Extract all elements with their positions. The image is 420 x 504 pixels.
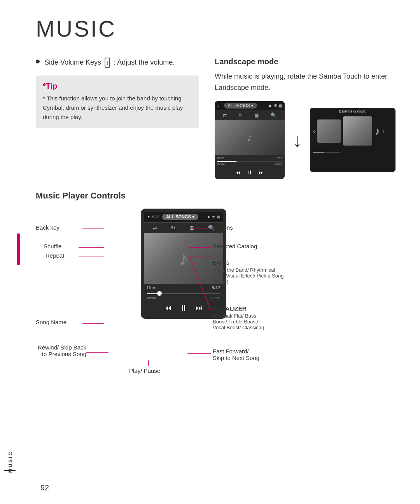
phone-screen-2: Essence of music ‹ ♪ › <box>310 108 396 172</box>
prog-bar <box>217 161 282 162</box>
sc-eq-icon: ▦ <box>254 112 259 118</box>
bp-album-note: ♪ <box>179 247 189 270</box>
track-info: 8282 <box>217 156 224 160</box>
track-count: 1/12 <box>276 156 282 160</box>
bullet-text-after: : Adjust the volume. <box>114 58 175 66</box>
bp-controls: ⇄ ↻ ▦ 🔍 <box>144 223 223 233</box>
screenshots: ← ALL SONGS ▾ ▶ ⚙ ▦ <box>215 101 401 179</box>
bp-play-icon: ▶ <box>208 215 210 219</box>
bp-list-icon: ▦ <box>217 215 220 219</box>
bp-header-icons: ▶ ★ ▦ <box>208 215 220 219</box>
album-art: ♪ <box>215 120 285 155</box>
sidebar-label: MUSIC <box>7 451 13 473</box>
bp-album: ♪ <box>144 233 223 284</box>
bullet-text-before: Side Volume Keys <box>44 58 101 66</box>
bp-repeat-icon: ↻ <box>171 225 175 231</box>
label-play-pause: Play/ Pause <box>129 367 160 374</box>
bp-prog-thumb <box>157 291 162 296</box>
bp-time-total: 03:22 <box>211 296 220 300</box>
tip-box: *Tip * This function allows you to join … <box>36 76 199 128</box>
label-back-key: Back key <box>36 224 60 231</box>
landscape-title: Landscape mode <box>215 57 401 66</box>
volume-icon: ⁞ <box>105 58 110 68</box>
bp-shuffle-icon: ⇄ <box>152 225 157 231</box>
prog-fill <box>217 161 236 162</box>
bp-header: ▼ 3G ⠿ ALL SONGS ▾ ▶ ★ ▦ <box>144 212 223 223</box>
phone-screen-1: ← ALL SONGS ▾ ▶ ⚙ ▦ <box>215 101 285 179</box>
bp-eq-icon: ▦ <box>189 225 194 231</box>
pause-btn[interactable]: ⏸ <box>247 169 252 176</box>
screen1-icons: ▶ ⚙ ▦ <box>269 104 282 108</box>
sidebar: MUSIC <box>0 0 20 504</box>
screen1-progress: 8282 1/12 00:21 03:38 <box>215 155 285 168</box>
forward-btn[interactable]: ⏭ <box>259 169 264 176</box>
diagram-phone: ▼ 3G ⠿ ALL SONGS ▾ ▶ ★ ▦ <box>86 209 226 319</box>
top-section: Side Volume Keys ⁞ : Adjust the volume. … <box>36 57 401 179</box>
bullet-item: Side Volume Keys ⁞ : Adjust the volume. <box>36 57 199 68</box>
page-title: MUSIC <box>36 16 401 42</box>
bp-prog-bar <box>147 293 220 294</box>
carousel-left-arrow: ‹ <box>313 128 315 135</box>
label-song-name: Song Name <box>36 319 66 325</box>
bp-prog-area <box>144 292 223 295</box>
tip-asterisk: * <box>43 95 45 102</box>
bp-transport: ⏮ ⏸ ⏭ <box>144 301 223 316</box>
carousel-item-1 <box>317 119 341 143</box>
tip-title: *Tip <box>43 82 192 91</box>
bp-prog-fill <box>147 293 158 294</box>
bp-song-name: Gee <box>147 285 155 290</box>
bp-title: ALL SONGS <box>166 214 191 219</box>
screen1-transport: ⏮ ⏸ ⏭ <box>215 168 285 177</box>
arrow-down: ↓ <box>292 129 302 151</box>
label-selected-catalog: Selected Catalog <box>213 243 257 249</box>
screen1-back-icon: ← <box>217 103 222 109</box>
rewind-btn[interactable]: ⏮ <box>235 169 241 176</box>
page: MUSIC MUSIC Side Volume Keys ⁞ : Adjust … <box>0 0 420 504</box>
sc-repeat-icon: ↻ <box>239 112 243 118</box>
label-equalizer: EQUALIZER <box>213 305 247 312</box>
label-extras-detail: (*Join the Band/ RhythmicalBeat/ Visual … <box>213 267 284 284</box>
time-total: 03:38 <box>275 162 282 165</box>
bullet-dot <box>36 60 40 63</box>
screen1-header: ← ALL SONGS ▾ ▶ ⚙ ▦ <box>215 101 285 111</box>
screen1-controls: ⇄ ↻ ▦ 🔍 <box>215 111 285 120</box>
music-note-icon: ♪ <box>374 125 380 137</box>
bp-settings-icon: ★ <box>212 215 215 219</box>
sc-search-icon: 🔍 <box>271 112 276 118</box>
label-shuffle: Shuffle <box>44 243 61 249</box>
screen2-bottom <box>310 147 396 152</box>
bp-status: ▼ 3G ⠿ <box>147 215 160 219</box>
left-column: Side Volume Keys ⁞ : Adjust the volume. … <box>36 57 199 179</box>
carousel-item-2 <box>343 116 372 146</box>
screen1-icon1: ▶ <box>269 104 272 108</box>
main-content: MUSIC Side Volume Keys ⁞ : Adjust the vo… <box>20 0 420 504</box>
controls-title: Music Player Controls <box>36 191 401 201</box>
right-column: Landscape mode While music is playing, r… <box>215 57 401 179</box>
sidebar-accent-bar <box>17 234 20 265</box>
tip-text: * This function allows you to join the b… <box>43 94 192 122</box>
sc-shuffle-icon: ⇄ <box>223 112 227 118</box>
bp-title-bar: ALL SONGS ▾ <box>162 214 198 220</box>
controls-section: Music Player Controls ▼ 3G ⠿ ALL SONGS ▾ <box>36 191 401 372</box>
screen1-title-bar: ALL SONGS ▾ <box>224 103 257 109</box>
bp-time: 00:09 03:22 <box>144 295 223 301</box>
prog-row: 8282 1/12 <box>217 156 282 160</box>
screen2-progress <box>313 149 340 150</box>
bp-time-current: 00:09 <box>147 296 156 300</box>
page-number: 92 <box>40 483 49 492</box>
landscape-text: While music is playing, rotate the Samba… <box>215 71 401 93</box>
bp-dropdown: ▾ <box>192 214 194 219</box>
bp-rewind-btn[interactable]: ⏮ <box>164 304 172 312</box>
label-equalizer-detail: (Manual/ Flat/ BassBoost/ Treble Boost/V… <box>213 313 264 330</box>
screen1-dropdown-icon: ▾ <box>251 104 253 108</box>
diagram-wrapper: ▼ 3G ⠿ ALL SONGS ▾ ▶ ★ ▦ <box>36 209 386 372</box>
label-repeat: Repeat <box>46 252 64 259</box>
album-art-img: ♪ <box>247 131 252 144</box>
screen2-inner: Essence of music ‹ ♪ › <box>310 108 396 172</box>
bullet-text: Side Volume Keys ⁞ : Adjust the volume. <box>44 57 175 68</box>
label-fast-forward: Fast Forward/Skip to Next Song <box>213 348 259 361</box>
bp-pause-btn[interactable]: ⏸ <box>179 303 188 313</box>
bp-forward-btn[interactable]: ⏭ <box>196 304 203 312</box>
screen1-icon2: ⚙ <box>274 104 277 108</box>
screen1-icon3: ▦ <box>279 104 282 108</box>
